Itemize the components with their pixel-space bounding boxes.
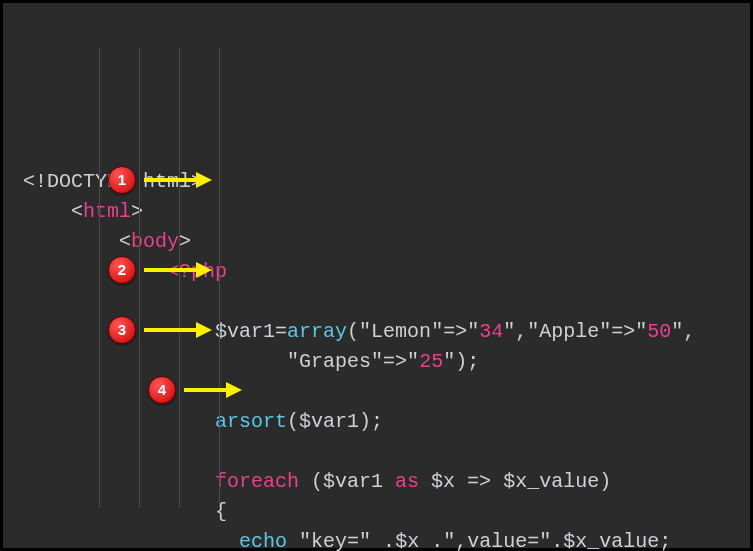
svg-marker-3: [196, 262, 212, 278]
q: ": [359, 320, 371, 343]
variable: $x: [395, 530, 419, 551]
annotation-row-4: 4: [148, 376, 244, 404]
variable: $x_value: [563, 530, 659, 551]
variable: $var1: [323, 470, 383, 493]
q: ": [359, 530, 383, 551]
svg-marker-1: [196, 172, 212, 188]
q: ": [503, 320, 515, 343]
q: ": [443, 350, 455, 373]
q: ": [443, 530, 455, 551]
function: arsort: [215, 410, 287, 433]
q: ": [407, 350, 419, 373]
function: array: [287, 320, 347, 343]
op: .: [431, 530, 443, 551]
svg-marker-7: [226, 382, 242, 398]
code-editor-screenshot: <!DOCTYPE html> <html> <body> <?php $var…: [0, 0, 753, 551]
variable: $x: [431, 470, 455, 493]
q: ": [599, 320, 611, 343]
annotation-badge: 4: [148, 376, 176, 404]
q: ": [527, 320, 539, 343]
op: .: [383, 530, 395, 551]
paren-close: );: [455, 350, 479, 373]
annotation-row-2: 2: [108, 256, 214, 284]
q: ": [467, 320, 479, 343]
string: Lemon: [371, 320, 431, 343]
annotation-badge: 3: [108, 316, 136, 344]
op: =>: [611, 320, 635, 343]
string: ,value=: [455, 530, 539, 551]
annotation-badge: 1: [108, 166, 136, 194]
code-line: <: [119, 230, 131, 253]
arrow-icon: [144, 170, 214, 190]
q: ": [287, 350, 299, 373]
comma: ,: [683, 320, 695, 343]
tag-close: >: [179, 230, 191, 253]
paren-close: );: [359, 410, 383, 433]
keyword: echo: [239, 530, 287, 551]
number: 34: [479, 320, 503, 343]
keyword: as: [383, 470, 431, 493]
tag-name: html: [83, 200, 131, 223]
op: .: [551, 530, 563, 551]
q: ": [431, 320, 443, 343]
variable: $var1: [215, 320, 275, 343]
string: Grapes: [299, 350, 371, 373]
brace: {: [215, 500, 227, 523]
annotation-badge: 2: [108, 256, 136, 284]
q: ": [287, 530, 311, 551]
q: ": [371, 350, 383, 373]
indent-guide: [219, 48, 220, 508]
op: =: [275, 320, 287, 343]
paren-close: ): [599, 470, 611, 493]
arrow-icon: [144, 260, 214, 280]
arrow-icon: [184, 380, 244, 400]
comma: ,: [515, 320, 527, 343]
number: 50: [647, 320, 671, 343]
op: =>: [455, 470, 503, 493]
svg-marker-5: [196, 322, 212, 338]
tag-close: >: [131, 200, 143, 223]
q: ": [635, 320, 647, 343]
paren: (: [347, 320, 359, 343]
variable: $var1: [299, 410, 359, 433]
annotation-row-3: 3: [108, 316, 214, 344]
sp: [419, 530, 431, 551]
string: Apple: [539, 320, 599, 343]
op: =>: [443, 320, 467, 343]
q: ": [539, 530, 551, 551]
arrow-icon: [144, 320, 214, 340]
indent-guide: [99, 48, 100, 508]
semicolon: ;: [659, 530, 671, 551]
code-line: <: [71, 200, 83, 223]
q: ": [671, 320, 683, 343]
paren: (: [287, 410, 299, 433]
string: key=: [311, 530, 359, 551]
variable: $x_value: [503, 470, 599, 493]
keyword: foreach: [215, 470, 299, 493]
op: =>: [383, 350, 407, 373]
annotation-row-1: 1: [108, 166, 214, 194]
paren: (: [299, 470, 323, 493]
number: 25: [419, 350, 443, 373]
